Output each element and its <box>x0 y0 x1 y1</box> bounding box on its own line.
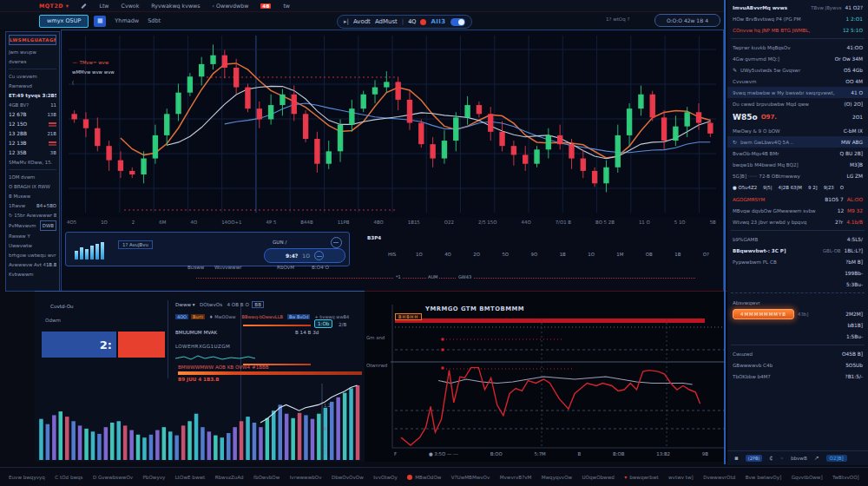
mode-label-2[interactable]: AdMust <box>375 18 398 25</box>
footer-pill[interactable]: O2]B] <box>826 455 847 462</box>
detail-row[interactable]: 199Bb- <box>727 267 868 279</box>
tag-chip[interactable]: Burti <box>191 314 205 319</box>
statusbar-item-2[interactable]: D GvwwbswwOv <box>93 475 133 480</box>
detail-row[interactable]: bB1B] <box>727 319 868 331</box>
menubar-item-7[interactable]: tw <box>283 3 290 9</box>
watchlist-row[interactable]: Avwwwvw Avt 41B.B <box>9 260 56 269</box>
detail-row[interactable]: 9vwq mwbwbw w My bwswbr swqrgvwwt,41 O <box>727 87 868 98</box>
mode-label-1[interactable]: Avodt <box>353 18 371 25</box>
volume-bar-chart[interactable] <box>38 379 361 462</box>
statusbar-item-8[interactable]: DbwOvOvOw <box>332 475 364 480</box>
footer-icon[interactable]: ◦ <box>780 455 784 462</box>
globe-icon[interactable] <box>331 237 342 248</box>
watchlist-row[interactable]: Jwm wvupw <box>9 48 56 56</box>
strip-label[interactable]: B:O4 O <box>312 265 329 270</box>
statusbar-item-11[interactable]: V?UwMBMwvOv <box>451 475 490 480</box>
grid-icon[interactable]: ▪ <box>734 455 739 462</box>
menubar-item-0[interactable]: MQT2D ▾ <box>39 3 69 9</box>
watchlist-row[interactable]: PvMwvwvmDWB <box>9 220 56 231</box>
statusbar-item-17[interactable]: DvwwwvrOtd <box>703 475 735 480</box>
detail-row[interactable]: BBqwwvbwt-: 3C P]GBL-OB1BL:L?] <box>727 245 868 256</box>
ai-mode-label[interactable]: AII3 <box>431 18 445 25</box>
tag-chip[interactable]: Bw BvOd <box>287 314 311 319</box>
strip-label[interactable]: Wuvvwwwr <box>214 265 242 270</box>
watchlist-row[interactable]: Rwsww Y <box>9 232 56 240</box>
tag-chip[interactable]: BBwwq-bOwwvLLB <box>240 314 285 319</box>
detail-row[interactable]: CwuzwdO45B B] <box>727 348 868 359</box>
statusbar-item-0[interactable]: Euvw bwqyvyq <box>9 475 45 480</box>
statusbar-item-7[interactable]: IvrwwwwbOv <box>290 475 322 480</box>
detail-row[interactable]: b9%GAMB4:5L5/ <box>727 233 868 245</box>
tag-chip[interactable]: 4OO <box>175 314 188 319</box>
detail-row[interactable]: ✎UWy5uvtwds 5w GvqswrO5 4Gb <box>727 64 868 76</box>
detail-row[interactable]: AGOGMRSYMB1O5 7AL:OO <box>727 194 868 205</box>
detail-row[interactable]: HOw BrvBvvtswq P4 (PG PM1 2:O1 <box>727 13 868 24</box>
watchlist-row[interactable]: 12 35B3B <box>9 148 56 157</box>
detail-row[interactable]: W85oO97.2O1 <box>727 109 868 125</box>
strip-label[interactable]: RbOvM <box>277 265 294 270</box>
detail-row[interactable]: 4MMMMMMMYB43b]2M2M] <box>727 308 868 319</box>
bl-subtitle[interactable]: Odwm <box>45 318 61 323</box>
statusbar-item-13[interactable]: MwqyqvvOw <box>542 475 572 480</box>
alert-box[interactable] <box>118 332 165 358</box>
watchlist-row[interactable]: 12 67B13B <box>9 110 56 119</box>
tag-chip[interactable]: ♦ MwOOww <box>207 314 238 319</box>
bl-dropdown[interactable]: Dwww ▾ <box>175 302 195 307</box>
detail-row[interactable]: 5G]B] ······ 72-B OBtmwwwyLG ZM <box>727 170 868 181</box>
watchlist-row[interactable]: dvwrws <box>9 57 56 66</box>
statusbar-item-5[interactable]: RbwvzZuAd <box>215 475 244 480</box>
menubar-item-4[interactable]: Ryvwakwq kvwws <box>151 3 200 9</box>
menubar-item-5[interactable]: ‹ Owwvdwbw <box>213 3 249 9</box>
toolbar-item-2[interactable]: Sdbt <box>148 17 161 24</box>
detail-row[interactable]: 4Gw gvmvmd MQ:]Or Ow 34M <box>727 53 868 64</box>
grid-view-button[interactable]: ▦ <box>94 16 106 27</box>
detail-row[interactable]: BvwOb-Mqv4B BMrQ BU 2B] <box>727 148 868 159</box>
menubar-item-2[interactable]: Ltw <box>99 3 108 9</box>
bm-badge[interactable]: BHBHH <box>395 313 422 320</box>
detail-row[interactable]: 5:3Bu- <box>727 279 868 290</box>
detail-row[interactable]: Pypwwbwm PL CB?bM B] <box>727 256 868 267</box>
watchlist-row[interactable]: 12 15O <box>9 120 56 128</box>
detail-row[interactable]: ImvuABvvrMq wvwsTBvw JBywvs41 O2? <box>727 2 868 13</box>
bl-hdr-mid[interactable]: DOtwvOs <box>200 302 222 307</box>
ai-toggle[interactable] <box>450 18 465 26</box>
statusbar-item-15[interactable]: ▾bwwqwrbwt <box>624 474 658 480</box>
watchlist-row[interactable]: 4GB BV?11 <box>9 101 56 109</box>
watchlist-row[interactable]: Uwwvwtw <box>9 241 56 250</box>
watchlist-row[interactable]: ↻ 15br Avwvwwwr B <box>9 211 56 220</box>
watchlist-row[interactable]: 13 2BB21B <box>9 129 56 138</box>
watchlist-row[interactable]: Cu uvwvwm <box>9 72 56 81</box>
candlestick-chart[interactable] <box>63 32 721 218</box>
footer-icon[interactable]: ¢ <box>769 455 773 462</box>
highlight-button[interactable]: 4MMMMMMMYB <box>733 309 794 319</box>
price-badge[interactable]: 1:Ob <box>314 319 332 328</box>
detail-row[interactable]: COnvvw hq JNP MB BTG JWMBL,12 5:1O <box>727 24 868 36</box>
volume-summary-card[interactable]: 1? AvuJBvu GUN / 9:4? 1O <box>65 232 350 266</box>
detail-row[interactable]: Twprwr kuvkb MqBqsOv41:OO <box>727 42 868 53</box>
detail-row[interactable]: 1:5Bu- <box>727 331 868 342</box>
watchlist-row[interactable]: brhgow uwtwqu wvr mwvww <box>9 251 56 259</box>
strip-label[interactable]: Busww <box>187 265 204 270</box>
menubar-item-3[interactable]: Cvwok <box>122 3 140 9</box>
transport-icon[interactable]: (2PB) <box>746 455 763 462</box>
statusbar-item-14[interactable]: UOqwObwwd <box>582 475 615 480</box>
watchlist-header[interactable]: LWSMLGUATAGMS <box>9 35 56 45</box>
watchlist-row[interactable]: Rwnwwvd <box>9 82 56 90</box>
statusbar-item-6[interactable]: fbOwvbOw <box>253 475 279 480</box>
detail-row[interactable]: bwqw1b M4bwwd Mq BQ2]M3]B <box>727 159 868 170</box>
statusbar-item-18[interactable]: Bvw bwtwvOy] <box>746 475 782 480</box>
watchlist-row[interactable]: ET:49 tyvqs 3:2B5 <box>9 91 56 100</box>
detail-row[interactable]: MBvqw dqvbOw GMwwwwm svbw12M9 32 <box>727 205 868 216</box>
symbol-button[interactable]: wmyx O5UP <box>39 15 89 28</box>
footer-icon[interactable]: ↗ <box>814 455 819 462</box>
chart-info-pill[interactable]: O:O:O 42w 1B 4 <box>654 14 720 27</box>
timeframe-label[interactable]: 4Q <box>408 18 416 25</box>
volume-chip[interactable]: 1? AvuJBvu <box>118 240 153 249</box>
toolbar-item-1[interactable]: Yhmadw <box>115 17 139 24</box>
watchlist-row[interactable]: O BRAGH IX RWW <box>9 182 56 191</box>
session-pill[interactable]: 9:4? 1O <box>264 248 345 263</box>
score-box[interactable]: 2: <box>42 332 116 358</box>
footer-label[interactable]: bbvwB <box>791 456 807 461</box>
detail-row[interactable]: GBwwwwvb C4b5O5Ub <box>727 359 868 371</box>
statusbar-item-16[interactable]: wvtwv tw] <box>668 475 694 480</box>
